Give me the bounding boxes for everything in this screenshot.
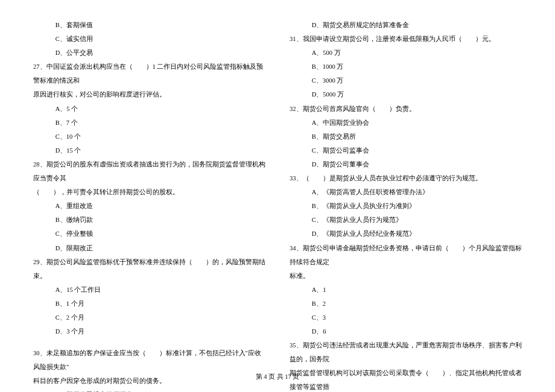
q32-opt-b: B、期货交易所 — [290, 130, 522, 144]
right-column: D、期货交易所规定的结算准备金 31、我国申请设立期货公司，注册资本最低限额为人… — [290, 18, 522, 392]
q29-opt-d: D、3 个月 — [33, 324, 265, 338]
q32-opt-a: A、中国期货业协会 — [290, 116, 522, 130]
q30-opt-d: D、期货交易所规定的结算准备金 — [290, 18, 522, 32]
exam-page: B、套期保值 C、诚实信用 D、公平交易 27、中国证监会派出机构应当在（ ）1… — [0, 0, 555, 392]
q33-opt-c: C、《期货从业人员行为规范》 — [290, 213, 522, 227]
q34-text1: 34、期货公司申请金融期货经纪业务资格，申请日前（ ）个月风险监管指标持续符合规… — [290, 241, 522, 269]
page-footer: 第 4 页 共 17 页 — [0, 373, 555, 381]
q29-opt-b: B、1 个月 — [33, 297, 265, 311]
q31-opt-a: A、500 万 — [290, 46, 522, 60]
q29-opt-c: C、2 个月 — [33, 311, 265, 324]
q30-text1: 30、未足额追加的客户保证金应当按（ ）标准计算，不包括已经计入"应收风险损失款… — [33, 346, 265, 374]
q27-text2: 原因进行核实，对公司的影响程度进行评估。 — [33, 87, 265, 101]
q26-opt-b: B、套期保值 — [33, 18, 265, 32]
q31-opt-d: D、5000 万 — [290, 87, 522, 101]
q28-text1: 28、期货公司的股东有虚假出资或者抽逃出资行为的，国务院期货监督管理机构应当责令… — [33, 157, 265, 185]
q34-opt-d: D、6 — [290, 324, 522, 338]
q34-opt-c: C、3 — [290, 311, 522, 324]
q33-opt-b: B、《期货从业人员执业行为准则》 — [290, 199, 522, 213]
q32-opt-c: C、期货公司监事会 — [290, 144, 522, 157]
q28-opt-c: C、停业整顿 — [33, 227, 265, 241]
q32-opt-d: D、期货公司董事会 — [290, 157, 522, 171]
q31-opt-c: C、3000 万 — [290, 74, 522, 87]
q35-text1: 35、期货公司违法经营或者出现重大风险，严重危害期货市场秩序、损害客户利益的，国… — [290, 338, 522, 366]
q31-text: 31、我国申请设立期货公司，注册资本最低限额为人民币（ ）元。 — [290, 32, 522, 46]
q27-opt-d: D、15 个 — [33, 144, 265, 157]
q28-text2: （ ），并可责令其转让所持期货公司的股权。 — [33, 185, 265, 199]
q28-opt-d: D、限期改正 — [33, 241, 265, 255]
q34-text2: 标准。 — [290, 269, 522, 283]
left-column: B、套期保值 C、诚实信用 D、公平交易 27、中国证监会派出机构应当在（ ）1… — [33, 18, 265, 392]
q28-opt-b: B、缴纳罚款 — [33, 213, 265, 227]
q34-opt-a: A、1 — [290, 283, 522, 297]
q27-opt-b: B、7 个 — [33, 116, 265, 130]
q29-opt-a: A、15 个工作日 — [33, 283, 265, 297]
q33-opt-d: D、《期货从业人员经纪业务规范》 — [290, 227, 522, 241]
q27-opt-a: A、5 个 — [33, 102, 265, 116]
q26-opt-d: D、公平交易 — [33, 46, 265, 60]
q34-opt-b: B、2 — [290, 297, 522, 311]
q33-opt-a: A、《期货高管人员任职资格管理办法》 — [290, 185, 522, 199]
q31-opt-b: B、1000 万 — [290, 60, 522, 74]
q30-opt-a: A、期货公司规定的保证金 — [33, 388, 265, 392]
q28-opt-a: A、重组改造 — [33, 199, 265, 213]
q33-text: 33、（ ）是期货从业人员在执业过程中必须遵守的行为规范。 — [290, 171, 522, 185]
q29-text: 29、期货公司风险监管指标优于预警标准并连续保持（ ）的，风险预警期结束。 — [33, 255, 265, 283]
q27-opt-c: C、10 个 — [33, 130, 265, 144]
q32-text: 32、期货公司首席风险官向（ ）负责。 — [290, 102, 522, 116]
q26-opt-c: C、诚实信用 — [33, 32, 265, 46]
q27-text1: 27、中国证监会派出机构应当在（ ）1 二作日内对公司风险监管指标触及预警标准的… — [33, 60, 265, 87]
